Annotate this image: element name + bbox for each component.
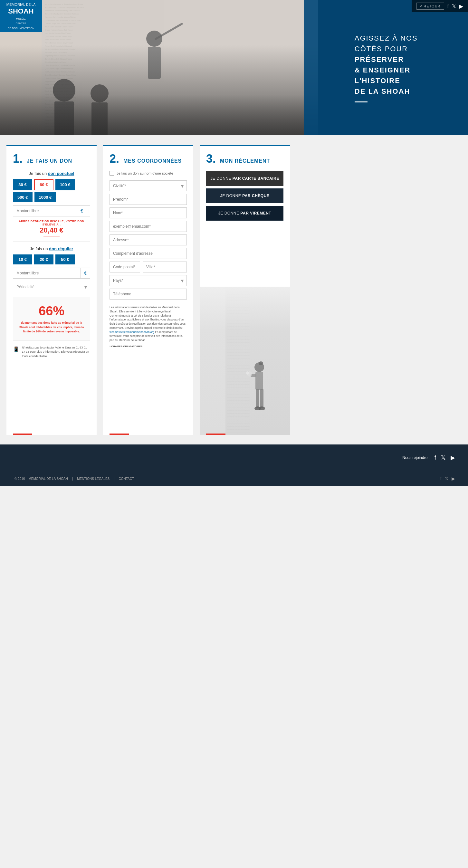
- twitter-icon[interactable]: 𝕏: [452, 3, 456, 9]
- footer-facebook-icon[interactable]: f: [435, 455, 436, 461]
- footer-contact-link[interactable]: CONTACT: [119, 477, 134, 480]
- svg-text:Teitelbaum Ungar Vermes Weiss : Teitelbaum Ungar Vermes Weiss Xaver: [45, 100, 76, 102]
- col-coordonnees: 2. MES COORDONNÉES Je fais un don au nom…: [103, 145, 193, 435]
- stat-box: 66% du montant des dons faits au Mémoria…: [13, 297, 90, 341]
- ponctuel-label: Je fais un don ponctuel: [13, 171, 90, 176]
- svg-rect-47: [55, 101, 74, 135]
- euro-icon-2: €: [81, 268, 90, 278]
- svg-text:Yacob Zuckerman Alpert Brauer : Yacob Zuckerman Alpert Brauer Cohen: [45, 87, 76, 89]
- code-postal-input[interactable]: [110, 261, 140, 273]
- svg-text:Vogelsang Weiner Xenakis Zevi : Vogelsang Weiner Xenakis Zevi Abner: [45, 55, 75, 57]
- euro-icon: €: [77, 206, 86, 216]
- back-button[interactable]: < RETOUR: [416, 3, 444, 10]
- cursor-icon: |: [86, 206, 90, 216]
- civilite-input[interactable]: [110, 180, 187, 191]
- footer-mentions-link[interactable]: MENTIONS LÉGALES: [77, 477, 110, 480]
- legal-text: Les informations saisies sont destinées …: [110, 305, 187, 342]
- svg-text:Schiff Treitel Uram Vogel Worm: Schiff Treitel Uram Vogel Wormser: [45, 84, 72, 86]
- footer-social-label: Nous rejoindre :: [402, 456, 430, 460]
- city-row: [110, 261, 187, 273]
- free-amount-regulier-input[interactable]: [13, 268, 81, 278]
- regulier-label: Je fais un don régulier: [13, 246, 90, 251]
- phone-icon: 📱: [13, 346, 19, 353]
- divider: [13, 241, 90, 242]
- svg-text:Imber Jonas Kressler Lebovitz : Imber Jonas Kressler Lebovitz Marx: [45, 93, 73, 95]
- complement-input[interactable]: [110, 248, 187, 259]
- cheque-btn[interactable]: JE DONNE PAR CHÈQUE: [206, 188, 283, 203]
- email-input[interactable]: [110, 221, 187, 232]
- fiscal-info: APRÈS DÉDUCTION FISCALE, VOTRE DON S'ÉLÈ…: [13, 220, 90, 237]
- svg-text:Kohn Lerman Morgenstern Nussba: Kohn Lerman Morgenstern Nussbaum: [45, 126, 75, 128]
- svg-text:Brand Carlebach Danziger Feder: Brand Carlebach Danziger Feder Geiger: [45, 74, 77, 76]
- contact-box: 📱 N'hésitez pas à contacter Valérie Ezra…: [13, 346, 90, 359]
- col1-top-bar: [6, 145, 97, 146]
- col3-title: MON RÈGLEMENT: [220, 158, 270, 164]
- footer-links: © 2016 – MÉMORIAL DE LA SHOAH | MENTIONS…: [13, 477, 135, 480]
- svg-text:Freund Gold Horowitz Infeld Ja: Freund Gold Horowitz Infeld Jacob: [45, 45, 72, 47]
- pays-input[interactable]: [110, 275, 187, 286]
- logo-subtitle3: de documentation: [6, 27, 35, 30]
- footer-separator-1: |: [72, 477, 74, 480]
- virement-btn[interactable]: JE DONNE PAR VIREMENT: [206, 206, 283, 221]
- footer-tw-icon-2[interactable]: 𝕏: [445, 476, 448, 481]
- col3-top-bar: [200, 145, 290, 146]
- free-amount-ponctuel-row: € |: [13, 206, 90, 216]
- svg-text:Lowe Munk Novak Ortmann Paster: Lowe Munk Novak Ortmann Pasternak: [45, 64, 75, 66]
- col3-title-row: 3. MON RÈGLEMENT: [206, 153, 283, 164]
- fiscal-label: APRÈS DÉDUCTION FISCALE, VOTRE DON S'ÉLÈ…: [13, 220, 90, 226]
- svg-rect-50: [0, 0, 318, 135]
- svg-text:Veit Wechsler Yosef Zahler Apf: Veit Wechsler Yosef Zahler Apfelbaum: [45, 71, 75, 73]
- col1-number: 1.: [13, 153, 23, 164]
- logo-dela: de la: [26, 3, 35, 6]
- svg-text:Nacht Ornstein Posner Rubin St: Nacht Ornstein Posner Rubin Steinberg: [45, 97, 76, 98]
- footer-fb-icon-2[interactable]: f: [440, 476, 442, 481]
- amounts-ponctuel: 30 € 60 € 100 € 500 € 1000 €: [13, 179, 90, 202]
- nom-input[interactable]: [110, 208, 187, 218]
- svg-text:Kantor Leib Moritz Nussbaum Or: Kantor Leib Moritz Nussbaum Ornstein: [45, 48, 75, 50]
- cheque-label: PAR CHÈQUE: [242, 193, 269, 198]
- telephone-input[interactable]: [110, 288, 187, 300]
- svg-rect-108: [200, 287, 290, 435]
- footer-yt-icon-2[interactable]: ▶: [451, 476, 455, 481]
- periodicite-select[interactable]: Périodicité Mensuelle Trimestrielle Annu…: [13, 282, 90, 292]
- col3-bottom-bar: [206, 434, 225, 435]
- svg-text:Prinz Reis Sonnenschein Tuchne: Prinz Reis Sonnenschein Tuchner: [45, 129, 71, 131]
- civilite-wrapper: ▾: [110, 180, 187, 191]
- amount-btn-60[interactable]: 60 €: [34, 179, 54, 190]
- svg-text:Pinter Roth Simon Tobias Uziel: Pinter Roth Simon Tobias Uziel: [45, 113, 69, 115]
- society-checkbox[interactable]: [110, 171, 114, 176]
- youtube-icon[interactable]: ▶: [459, 3, 463, 9]
- footer-social-bar: Nous rejoindre : f 𝕏 ▶: [0, 444, 468, 471]
- footer-copyright: © 2016 – MÉMORIAL DE LA SHOAH: [14, 477, 68, 480]
- svg-text:Dinah Eisenberg Frankl Ginsber: Dinah Eisenberg Frankl Ginsberg Hess: [45, 90, 76, 92]
- periodicite-wrapper: Périodicité Mensuelle Trimestrielle Annu…: [13, 282, 90, 292]
- footer-separator-2: |: [114, 477, 115, 480]
- amount-btn-20[interactable]: 20 €: [34, 254, 54, 265]
- free-amount-ponctuel-input[interactable]: [13, 206, 77, 216]
- stat-text: du montant des dons faits au Mémorial de…: [18, 321, 85, 334]
- regulier-link[interactable]: don régulier: [49, 246, 73, 251]
- amount-btn-500[interactable]: 500 €: [13, 192, 33, 202]
- svg-text:Glick Herz Itzig Jona Kaplan: Glick Herz Itzig Jona Kaplan: [45, 61, 67, 63]
- footer-twitter-icon[interactable]: 𝕏: [441, 454, 446, 461]
- carte-bancaire-btn[interactable]: JE DONNE PAR CARTE BANCAIRE: [206, 171, 283, 186]
- logo-subtitle1: Musée,: [6, 18, 35, 21]
- hero-headline: AGISSEZ À NOS CÔTÉS POUR PRÉSERVER & ENS…: [355, 33, 418, 97]
- facebook-icon[interactable]: f: [447, 3, 449, 9]
- prenom-input[interactable]: [110, 194, 187, 205]
- adresse-input[interactable]: [110, 235, 187, 245]
- amount-btn-10[interactable]: 10 €: [13, 254, 32, 265]
- amount-btn-50[interactable]: 50 €: [55, 254, 75, 265]
- ponctuel-link[interactable]: don ponctuel: [48, 171, 74, 176]
- col-reglement: 3. MON RÈGLEMENT JE DONNE PAR CARTE BANC…: [200, 145, 290, 435]
- amount-btn-100[interactable]: 100 €: [55, 179, 75, 190]
- main-content: 1. JE FAIS UN DON Je fais un don ponctue…: [0, 135, 468, 444]
- footer-youtube-icon[interactable]: ▶: [450, 454, 455, 461]
- svg-text:Halpern Ingber Jakob Kellner L: Halpern Ingber Jakob Kellner Lieber: [45, 77, 73, 79]
- ville-input[interactable]: [143, 261, 187, 273]
- col1-title: JE FAIS UN DON: [27, 158, 72, 164]
- legal-email[interactable]: webmestre@memorialdelashoah.org: [110, 331, 154, 334]
- amount-btn-30[interactable]: 30 €: [13, 179, 32, 190]
- col-don: 1. JE FAIS UN DON Je fais un don ponctue…: [6, 145, 97, 435]
- amount-btn-1000[interactable]: 1000 €: [34, 192, 56, 202]
